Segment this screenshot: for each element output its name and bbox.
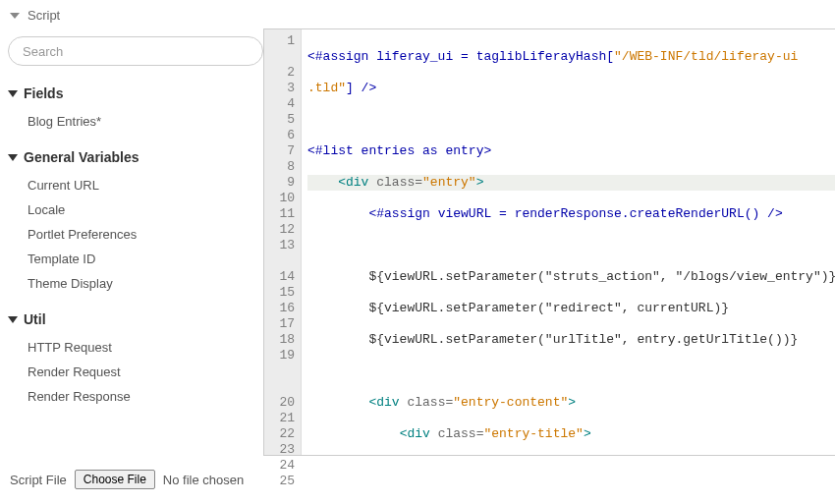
line-number: 12 <box>274 222 295 238</box>
line-number <box>274 253 295 269</box>
code-line <box>307 238 835 253</box>
sidebar-item[interactable]: HTTP Request <box>28 335 263 360</box>
code-line: <div class="entry-title"> <box>307 426 835 442</box>
line-number: 14 <box>274 269 295 285</box>
line-number: 9 <box>274 175 295 191</box>
line-number: 24 <box>274 458 295 474</box>
line-number: 18 <box>274 332 295 348</box>
line-number: 5 <box>274 112 295 128</box>
line-number: 4 <box>274 96 295 112</box>
sidebar: Search Fields Blog Entries* General Vari… <box>8 28 263 456</box>
line-number: 21 <box>274 411 295 426</box>
code-line: <#list entries as entry> <box>307 143 835 159</box>
line-number: 3 <box>274 81 295 96</box>
line-number: 23 <box>274 442 295 458</box>
line-number: 16 <box>274 301 295 316</box>
line-number: 25 <box>274 474 295 489</box>
line-number: 17 <box>274 316 295 332</box>
file-status: No file chosen <box>163 473 244 487</box>
line-number: 11 <box>274 206 295 222</box>
search-input[interactable]: Search <box>8 36 263 66</box>
line-number: 10 <box>274 191 295 206</box>
triangle-down-icon <box>8 154 18 161</box>
code-line: <#assign viewURL = renderResponse.create… <box>307 206 835 222</box>
line-number-gutter: 1 2 3 4 5 6 7 8 9 10 11 12 13 14 15 16 1… <box>264 29 302 455</box>
group-title: General Variables <box>24 149 139 165</box>
line-number: 1 <box>274 33 295 49</box>
line-number: 13 <box>274 238 295 253</box>
footer: Script File Choose File No file chosen <box>0 456 835 503</box>
code-line: ${viewURL.setParameter("struts_action", … <box>307 269 835 285</box>
sidebar-item[interactable]: Render Request <box>28 360 263 384</box>
line-number: 7 <box>274 143 295 159</box>
line-number: 2 <box>274 65 295 81</box>
code-content[interactable]: <#assign liferay_ui = taglibLiferayHash[… <box>302 29 835 455</box>
group-header-general[interactable]: General Variables <box>8 143 263 171</box>
sidebar-item[interactable]: Template ID <box>28 247 263 271</box>
triangle-down-icon <box>8 316 18 323</box>
group-title: Fields <box>24 85 63 101</box>
code-line: ${viewURL.setParameter("redirect", curre… <box>307 301 835 316</box>
group-header-util[interactable]: Util <box>8 306 263 333</box>
code-line: ${viewURL.setParameter("urlTitle", entry… <box>307 332 835 348</box>
group-items-util: HTTP Request Render Request Render Respo… <box>8 333 263 419</box>
sidebar-item[interactable]: Blog Entries* <box>28 109 263 134</box>
sidebar-item[interactable]: Current URL <box>28 173 263 197</box>
choose-file-button[interactable]: Choose File <box>75 470 155 489</box>
group-title: Util <box>24 311 46 327</box>
code-line <box>307 364 835 379</box>
section-header[interactable]: Script <box>0 0 835 28</box>
search-placeholder: Search <box>23 44 63 59</box>
code-line: <div class="entry-content"> <box>307 395 835 411</box>
line-number: 8 <box>274 159 295 175</box>
code-line: <#assign liferay_ui = taglibLiferayHash[… <box>307 49 835 65</box>
line-number: 15 <box>274 285 295 301</box>
line-number <box>274 379 295 395</box>
line-number: 19 <box>274 348 295 364</box>
group-items-general: Current URL Locale Portlet Preferences T… <box>8 171 263 306</box>
code-line: .tld"] /> <box>307 81 835 96</box>
sidebar-item[interactable]: Locale <box>28 197 263 222</box>
line-number: 6 <box>274 128 295 143</box>
triangle-down-icon <box>8 90 18 97</box>
line-number: 22 <box>274 426 295 442</box>
group-items-fields: Blog Entries* <box>8 107 263 143</box>
line-number <box>274 49 295 65</box>
sidebar-item[interactable]: Render Response <box>28 384 263 409</box>
sidebar-item[interactable]: Portlet Preferences <box>28 222 263 247</box>
section-title: Script <box>28 8 60 23</box>
chevron-down-icon <box>10 13 20 19</box>
group-header-fields[interactable]: Fields <box>8 80 263 107</box>
line-number: 20 <box>274 395 295 411</box>
line-number <box>274 364 295 379</box>
code-line: <div class="entry"> <box>307 175 835 191</box>
code-editor[interactable]: 1 2 3 4 5 6 7 8 9 10 11 12 13 14 15 16 1… <box>263 28 835 456</box>
file-label: Script File <box>10 473 67 487</box>
sidebar-item[interactable]: Theme Display <box>28 271 263 296</box>
main-area: Search Fields Blog Entries* General Vari… <box>0 28 835 456</box>
code-line <box>307 112 835 128</box>
